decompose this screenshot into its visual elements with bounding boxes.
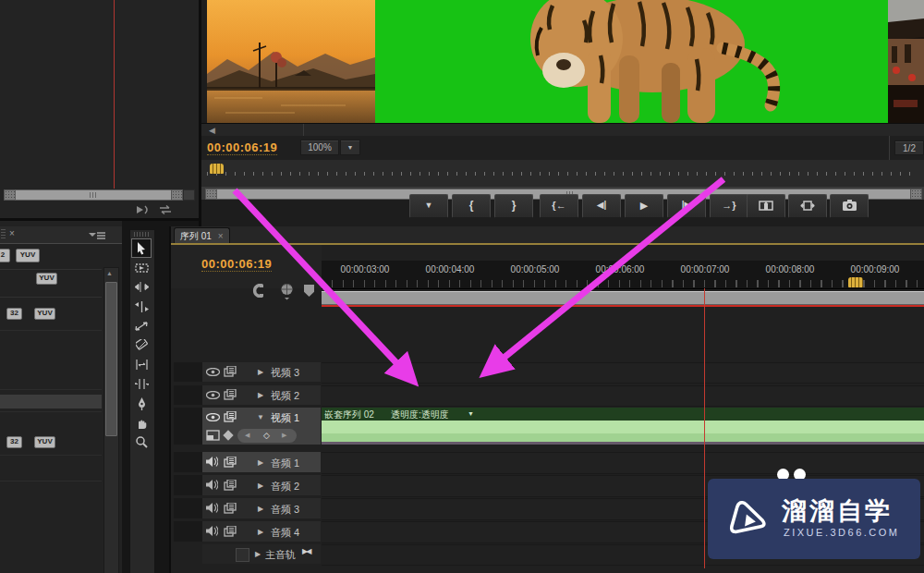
track-lock-cell[interactable] — [174, 362, 202, 382]
sync-lock-icon[interactable] — [224, 389, 237, 400]
expand-track-icon[interactable]: ▶ — [258, 391, 263, 400]
slide-tool[interactable] — [132, 375, 151, 393]
monitor-playhead-marker[interactable] — [210, 164, 224, 174]
toggle-track-audio-icon[interactable] — [206, 526, 218, 536]
play-audio-icon[interactable] — [135, 204, 152, 215]
monitor-timecode[interactable]: 00:00:06:19 — [207, 140, 277, 155]
effect-controls-hscrollbar[interactable] — [4, 189, 194, 201]
expand-track-icon[interactable]: ▶ — [258, 482, 263, 491]
scrollbar-thumb[interactable] — [15, 189, 172, 201]
toggle-track-audio-icon[interactable] — [206, 503, 218, 513]
next-keyframe-icon[interactable]: ▶ — [282, 432, 286, 439]
sync-lock-icon[interactable] — [224, 411, 237, 422]
play-button[interactable]: ▶ — [625, 194, 663, 218]
loop-icon[interactable] — [157, 204, 174, 215]
sync-lock-icon[interactable] — [224, 457, 237, 468]
expand-track-icon[interactable]: ▶ — [258, 505, 263, 514]
ripple-edit-tool[interactable] — [132, 278, 151, 296]
pen-tool[interactable] — [132, 395, 151, 412]
toggle-track-output-icon[interactable] — [206, 391, 220, 399]
ruler-label: 00:00:08:00 — [766, 264, 815, 274]
track-lock-cell[interactable] — [174, 452, 202, 472]
add-keyframe-icon[interactable]: ◇ — [263, 431, 270, 440]
goto-in-button[interactable]: {← — [540, 194, 578, 218]
track-lock-cell[interactable] — [174, 408, 202, 445]
chapter-marker-icon[interactable] — [280, 283, 294, 300]
rate-stretch-tool[interactable] — [132, 317, 151, 335]
extract-button[interactable] — [788, 194, 827, 218]
show-keyframes-icon[interactable] — [223, 430, 233, 440]
track-header-cell: ▶ 音频 2 — [202, 475, 321, 495]
track-lock-cell[interactable] — [174, 475, 202, 495]
zoom-tool[interactable] — [132, 433, 151, 451]
marker-icon[interactable] — [304, 285, 314, 297]
master-meter-icon[interactable]: ▶◀ — [302, 547, 310, 555]
expand-track-icon[interactable]: ▶ — [258, 458, 263, 468]
mark-in-button[interactable]: { — [452, 194, 491, 218]
sync-lock-icon[interactable] — [224, 503, 237, 514]
razor-tool[interactable] — [132, 336, 151, 354]
scrollbar-thumb[interactable] — [105, 282, 117, 436]
tab-close-icon[interactable]: × — [218, 231, 224, 241]
toggle-track-audio-icon[interactable] — [206, 457, 218, 467]
effects-vscrollbar[interactable]: ▲ — [103, 267, 119, 573]
track-lock-cell[interactable] — [174, 498, 202, 518]
toggle-track-output-icon[interactable] — [206, 413, 220, 421]
snap-icon[interactable] — [251, 284, 265, 298]
expand-track-icon[interactable]: ▶ — [258, 368, 263, 377]
rolling-edit-tool[interactable] — [132, 298, 151, 315]
step-back-button[interactable]: ◀| — [582, 194, 621, 218]
sync-lock-icon[interactable] — [224, 480, 237, 491]
clip-nested-sequence[interactable]: 嵌套序列 02 透明度:透明度 ▼ — [322, 408, 924, 445]
timeline-timecode[interactable]: 00:00:06:19 — [201, 257, 272, 272]
master-checkbox[interactable] — [236, 548, 249, 562]
tab-close-icon[interactable]: × — [9, 228, 15, 238]
export-frame-button[interactable] — [830, 194, 869, 218]
row-separator — [0, 455, 102, 456]
monitor-zoom-select[interactable]: 100% — [300, 140, 339, 155]
effect-badge: 32 — [6, 308, 22, 320]
timeline-ruler[interactable]: 00:00:03:00 00:00:04:00 00:00:05:00 00:0… — [322, 261, 924, 289]
clip-effect-label[interactable]: 透明度:透明度 — [391, 408, 449, 421]
hand-tool[interactable] — [132, 414, 151, 432]
monitor-info-row: 00:00:06:19 100% ▼ 1/2 — [201, 136, 924, 160]
monitor-mini-ruler[interactable] — [201, 160, 924, 188]
sync-lock-icon[interactable] — [224, 526, 237, 537]
track-lock-cell[interactable] — [174, 385, 202, 405]
panel-menu-icon[interactable] — [89, 231, 105, 240]
step-forward-button[interactable]: |▶ — [667, 194, 706, 218]
selection-tool[interactable] — [132, 239, 151, 257]
sync-lock-icon[interactable] — [224, 366, 237, 377]
tab-sequence-01[interactable]: 序列 01 × — [174, 227, 230, 244]
expand-track-icon[interactable]: ▶ — [255, 550, 261, 559]
playback-resolution-select[interactable]: 1/2 — [894, 140, 924, 155]
goto-out-button[interactable]: →} — [710, 194, 748, 218]
work-area-bar[interactable] — [322, 291, 924, 305]
monitor-zoom-dropdown-icon[interactable]: ▼ — [340, 140, 360, 155]
add-marker-button[interactable]: ▼ — [409, 194, 448, 218]
track-select-tool[interactable] — [132, 259, 151, 276]
track-content-video2[interactable] — [322, 385, 924, 407]
toggle-track-audio-icon[interactable] — [206, 480, 218, 490]
scroll-up-icon[interactable]: ▲ — [106, 270, 113, 276]
toggle-track-output-icon[interactable] — [206, 368, 220, 376]
timeline-playhead-marker[interactable] — [848, 277, 863, 287]
clip-effect-dropdown-icon[interactable]: ▼ — [468, 410, 474, 417]
prev-keyframe-icon[interactable]: ◀ — [245, 432, 249, 439]
expand-track-icon[interactable]: ▶ — [258, 528, 263, 537]
track-header-master: ▶ 主音轨 ▶◀ — [174, 544, 321, 564]
track-label: 音频 4 — [271, 526, 299, 540]
track-content-audio1[interactable] — [322, 452, 924, 474]
selected-effect-row[interactable] — [0, 395, 102, 408]
watermark-logo-icon — [728, 499, 771, 542]
track-content-video3[interactable] — [322, 362, 924, 384]
collapse-track-icon[interactable]: ▼ — [257, 413, 264, 422]
mark-out-button[interactable]: } — [494, 194, 533, 218]
set-display-style-icon[interactable] — [206, 430, 220, 441]
scrollbar-right-grip[interactable] — [171, 189, 183, 201]
slip-tool[interactable] — [132, 356, 151, 373]
scroll-left-icon[interactable]: ◀ — [209, 126, 215, 135]
track-lock-cell[interactable] — [174, 521, 202, 542]
scrollbar-right-grip[interactable] — [910, 189, 922, 200]
lift-button[interactable] — [747, 194, 785, 218]
